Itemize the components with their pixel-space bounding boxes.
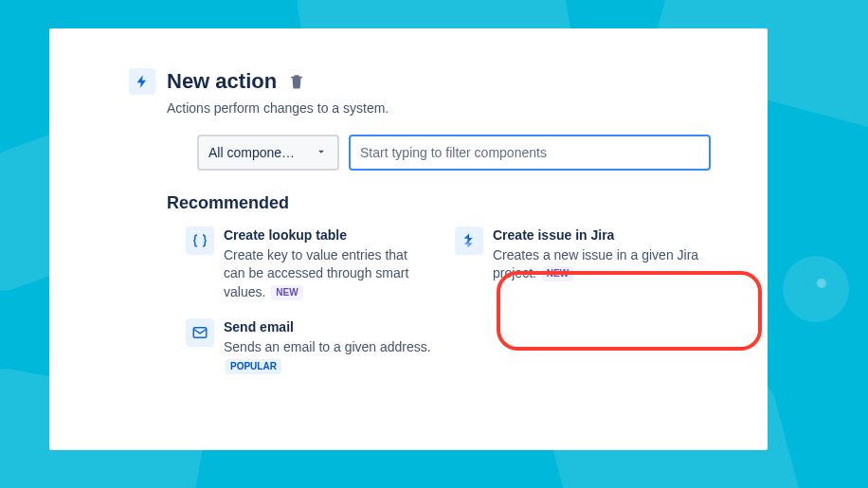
card-title: Create lookup table bbox=[224, 226, 432, 245]
card-description: Sends an email to a given address. bbox=[224, 339, 431, 354]
new-badge: NEW bbox=[271, 285, 302, 300]
chevron-down-icon bbox=[315, 145, 328, 161]
bolt-icon bbox=[129, 68, 155, 95]
jira-icon bbox=[455, 226, 483, 255]
braces-icon bbox=[186, 226, 214, 255]
component-filter-select[interactable]: All compone… bbox=[197, 135, 339, 171]
search-input[interactable] bbox=[349, 135, 711, 171]
delete-button[interactable] bbox=[288, 73, 305, 90]
mail-icon bbox=[186, 318, 214, 347]
card-description: Creates a new issue in a given Jira proj… bbox=[493, 247, 698, 281]
page-title: New action bbox=[167, 69, 277, 94]
page-subtitle: Actions perform changes to a system. bbox=[167, 100, 711, 116]
action-card-send-email[interactable]: Send email Sends an email to a given add… bbox=[186, 318, 432, 375]
card-description: Create key to value entries that can be … bbox=[224, 247, 408, 299]
new-badge: NEW bbox=[542, 266, 573, 281]
select-label: All compone… bbox=[208, 145, 295, 160]
card-title: Create issue in Jira bbox=[493, 226, 701, 245]
action-card-create-issue-jira[interactable]: Create issue in Jira Creates a new issue… bbox=[455, 226, 701, 301]
action-card-create-lookup-table[interactable]: Create lookup table Create key to value … bbox=[186, 226, 432, 301]
recommended-heading: Recommended bbox=[167, 193, 711, 213]
popular-badge: POPULAR bbox=[226, 359, 281, 374]
new-action-panel: New action Actions perform changes to a … bbox=[49, 28, 768, 450]
card-title: Send email bbox=[224, 318, 432, 337]
